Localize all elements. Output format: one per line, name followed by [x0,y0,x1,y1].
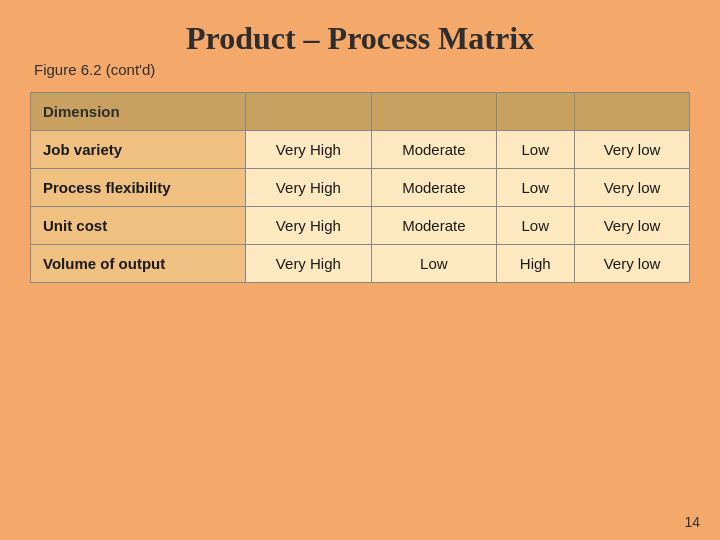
page-number: 14 [684,514,700,530]
col-header-4 [575,93,690,131]
col-header-3 [496,93,575,131]
row-1-col1: Very High [245,169,372,207]
row-3-col2: Low [372,245,496,283]
col-header-2 [372,93,496,131]
col-header-1 [245,93,372,131]
table-row: Unit costVery HighModerateLowVery low [31,207,690,245]
row-0-col4: Very low [575,131,690,169]
col-header-dimension: Dimension [31,93,246,131]
row-1-col4: Very low [575,169,690,207]
row-0-col2: Moderate [372,131,496,169]
row-3-dimension: Volume of output [31,245,246,283]
row-0-dimension: Job variety [31,131,246,169]
row-1-dimension: Process flexibility [31,169,246,207]
row-0-col3: Low [496,131,575,169]
table-row: Volume of outputVery HighLowHighVery low [31,245,690,283]
row-0-col1: Very High [245,131,372,169]
row-3-col4: Very low [575,245,690,283]
row-2-dimension: Unit cost [31,207,246,245]
row-1-col3: Low [496,169,575,207]
page-subtitle: Figure 6.2 (cont'd) [30,61,690,78]
page-container: Product – Process Matrix Figure 6.2 (con… [0,0,720,540]
row-2-col4: Very low [575,207,690,245]
page-title: Product – Process Matrix [186,20,534,57]
table-wrapper: Dimension Job varietyVery HighModerateLo… [30,92,690,283]
row-2-col1: Very High [245,207,372,245]
table-row: Job varietyVery HighModerateLowVery low [31,131,690,169]
table-row: Process flexibilityVery HighModerateLowV… [31,169,690,207]
row-1-col2: Moderate [372,169,496,207]
row-2-col3: Low [496,207,575,245]
product-process-matrix-table: Dimension Job varietyVery HighModerateLo… [30,92,690,283]
row-2-col2: Moderate [372,207,496,245]
row-3-col1: Very High [245,245,372,283]
row-3-col3: High [496,245,575,283]
